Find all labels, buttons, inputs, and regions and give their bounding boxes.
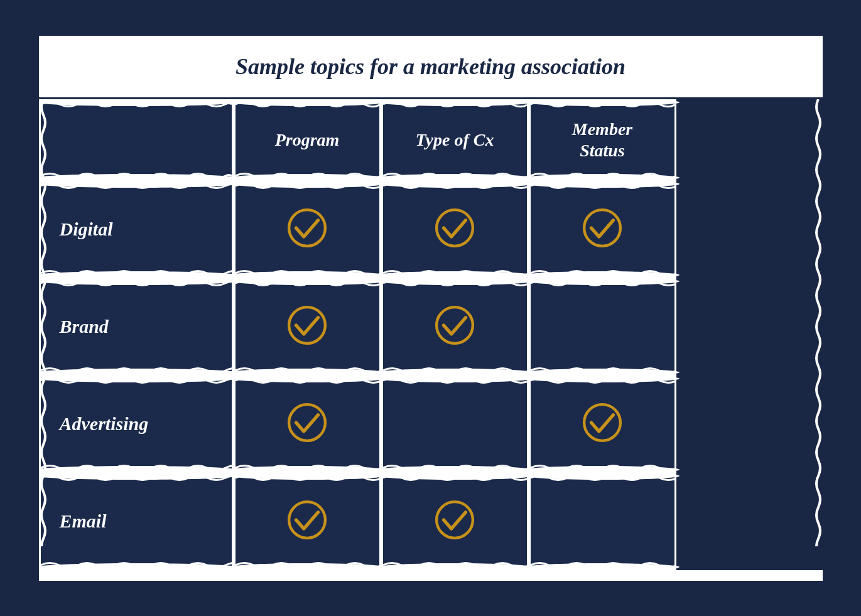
row-1-col-1: [234, 278, 381, 376]
table-container: Program Type of Cx: [39, 99, 823, 581]
svg-point-6: [584, 404, 620, 441]
data-row-2: Advertising: [39, 376, 823, 473]
data-row-1: Brand: [39, 278, 823, 376]
svg-point-4: [436, 307, 473, 343]
data-row-3: Email: [39, 473, 823, 570]
row-label-text-0: Digital: [60, 219, 113, 240]
svg-point-1: [436, 210, 473, 246]
check-icon-r0-c2: [433, 206, 477, 252]
check-icon-r1-c2: [433, 303, 477, 350]
row-1-col-3: [529, 278, 676, 376]
header-row: Program Type of Cx: [39, 99, 823, 181]
svg-point-3: [289, 307, 325, 343]
row-label-text-2: Advertising: [60, 413, 149, 435]
header-cell-type-cx: Type of Cx: [381, 99, 529, 181]
row-3-col-1: [234, 473, 381, 570]
row-2-col-1: [234, 376, 381, 473]
header-cell-member-status: MemberStatus: [529, 99, 676, 181]
column-header-member-status: MemberStatus: [572, 119, 632, 161]
check-icon-r2-c3: [580, 401, 624, 447]
column-header-program: Program: [275, 129, 340, 151]
row-0-col-2: [381, 181, 529, 278]
check-icon-r2-c1: [285, 401, 329, 447]
check-icon-r1-c1: [285, 303, 329, 350]
row-label-1: Brand: [39, 278, 234, 376]
data-row-0: Digital: [39, 181, 823, 278]
row-2-col-2: [381, 376, 529, 473]
check-icon-r0-c3: [580, 206, 624, 252]
row-3-col-3: [529, 473, 676, 570]
svg-point-5: [289, 404, 325, 441]
row-label-2: Advertising: [39, 376, 234, 473]
title-bar: Sample topics for a marketing associatio…: [39, 36, 823, 99]
row-label-text-3: Email: [60, 511, 107, 532]
row-1-col-2: [381, 278, 529, 376]
row-label-0: Digital: [39, 181, 234, 278]
row-label-text-1: Brand: [60, 316, 109, 337]
row-0-col-1: [234, 181, 381, 278]
row-0-col-3: [529, 181, 676, 278]
outer-container: Sample topics for a marketing associatio…: [35, 32, 826, 585]
header-cell-empty: [39, 99, 234, 181]
row-3-col-2: [381, 473, 529, 570]
row-2-col-3: [529, 376, 676, 473]
row-label-3: Email: [39, 473, 234, 570]
check-icon-r3-c2: [433, 498, 477, 544]
svg-point-7: [289, 502, 325, 538]
check-icon-r0-c1: [285, 206, 329, 252]
svg-point-2: [584, 210, 620, 246]
svg-point-8: [436, 502, 473, 538]
page-title: Sample topics for a marketing associatio…: [236, 54, 625, 79]
header-cell-program: Program: [234, 99, 381, 181]
bottom-bar: [39, 570, 823, 581]
column-header-type-cx: Type of Cx: [416, 129, 494, 151]
svg-point-0: [289, 210, 325, 246]
check-icon-r3-c1: [285, 498, 329, 544]
grid-container: Program Type of Cx: [39, 99, 823, 570]
data-rows-container: Digital Brand Advertising Email: [39, 181, 823, 570]
